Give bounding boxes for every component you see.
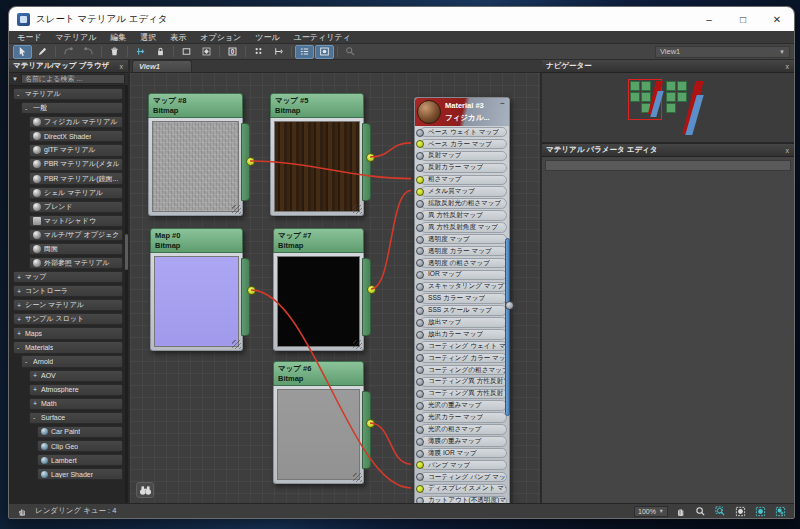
tree-group[interactable]: +Atmosphere [29,384,123,396]
node-header[interactable]: Map #0Bitmap [150,228,243,253]
input-socket[interactable] [416,188,424,196]
navigator-minimap[interactable] [542,73,794,142]
input-socket[interactable] [416,129,424,137]
zoom-extents-selected-icon[interactable] [753,505,768,518]
wire-map5-to-slot1[interactable] [370,143,411,157]
node-header[interactable]: マップ #6Bitmap [273,361,364,386]
bitmap-node-map8[interactable]: マップ #8Bitmap [148,93,243,216]
output-socket[interactable] [366,153,375,162]
menu-item[interactable]: モード [17,32,41,43]
tab-view1[interactable]: View1 [132,60,192,72]
lock-selection-button[interactable] [151,45,170,59]
node-header[interactable]: マップ #5Bitmap [270,93,364,118]
material-slot[interactable]: 透明度 の粗さマップ [420,258,507,268]
zoom-region-tool-button[interactable] [341,45,360,59]
resize-grip-icon[interactable] [353,340,362,349]
zoom-region-icon[interactable] [713,505,728,518]
material-map-browser-toggle-button[interactable] [295,45,314,59]
menu-item[interactable]: 選択 [140,32,156,43]
input-socket[interactable] [416,497,424,503]
input-socket[interactable] [416,402,424,410]
input-socket[interactable] [416,236,424,244]
pan-tool-icon[interactable] [673,505,688,518]
tree-item[interactable]: DirectX Shader [29,130,123,142]
output-socket[interactable] [246,157,255,166]
menu-item[interactable]: 表示 [170,32,186,43]
node-header[interactable]: マップ #7Bitmap [273,228,364,253]
material-node-scrollbar[interactable] [505,238,510,416]
material-slot[interactable]: 放出マップ [420,317,507,327]
zoom-level-dropdown[interactable]: 100% ▼ [634,506,668,517]
tree-group[interactable]: +シーン マテリアル [13,299,123,311]
material-slot[interactable]: 透明度 マップ [420,234,507,244]
material-node-header[interactable]: Material #3フィジカル...− [415,98,509,126]
menu-item[interactable]: オプション [200,32,241,43]
material-slot[interactable]: SSS カラー マップ [420,293,507,303]
material-slot[interactable]: コーティング カラー マップ [420,353,507,363]
material-slot[interactable]: コーティング バンプ マップ [420,472,507,482]
material-slot[interactable]: 反射マップ [420,151,507,161]
delete-selected-button[interactable] [105,45,124,59]
material-slot[interactable]: 異 方性反射マップ [420,210,507,220]
input-socket[interactable] [416,212,424,220]
input-socket[interactable] [416,426,424,434]
input-socket[interactable] [416,259,424,267]
tree-item[interactable]: Layer Shader [37,468,123,480]
material-slot[interactable]: IOR マップ [420,270,507,280]
resize-grip-icon[interactable] [232,340,241,349]
input-socket[interactable] [416,461,424,469]
material-slot[interactable]: コーティング ウェイト マップ [420,341,507,351]
move-children-button[interactable] [131,45,150,59]
material-slot[interactable]: 放出カラー マップ [420,329,507,339]
zoom-tool-icon[interactable] [693,505,708,518]
material-slot[interactable]: 薄膜 IOR マップ [420,448,507,458]
tree-item[interactable]: マット/シャドウ [29,215,123,227]
input-socket[interactable] [416,224,424,232]
tree-group[interactable]: +サンプル スロット [13,313,123,325]
tree-item[interactable]: glTF マテリアル [29,144,123,156]
tree-item[interactable]: PBR マテリアル(鏡面... [29,172,123,184]
material-slot[interactable]: 光沢カラー マップ [420,412,507,422]
browser-scrollbar[interactable] [125,86,128,503]
input-socket[interactable] [416,295,424,303]
material-slot[interactable]: バンプ マップ [420,460,507,470]
material-slot[interactable]: 異 方性反射角度 マップ [420,222,507,232]
material-slot[interactable]: スキャッタリング マップ [420,282,507,292]
material-slot[interactable]: メタル質マップ [420,186,507,196]
node-graph-canvas[interactable]: マップ #8Bitmapマップ #5BitmapMap #0Bitmapマップ … [130,73,542,503]
minimize-button[interactable]: – [692,7,726,31]
wire-map7-to-slot5[interactable] [371,191,411,290]
input-socket[interactable] [416,140,424,148]
input-socket[interactable] [416,343,424,351]
assign-material-to-selection-button[interactable] [59,45,78,59]
material-node-material3[interactable]: Material #3フィジカル...−ベース ウェイト マップベース カラー … [414,97,510,503]
collapse-icon[interactable]: − [500,99,505,108]
tree-group[interactable]: -マテリアル [13,88,123,100]
tree-group[interactable]: -Materials [13,341,123,353]
input-socket[interactable] [416,307,424,315]
pick-material-button[interactable] [79,45,98,59]
menu-item[interactable]: マテリアル [55,32,96,43]
tree-item[interactable]: Car Paint [37,426,123,438]
tree-item[interactable]: 外部参照 マテリアル [29,257,123,269]
material-slot[interactable]: 光沢の重みマップ [420,400,507,410]
binoculars-icon[interactable] [136,482,154,498]
wire-map6-to-slot28[interactable] [370,423,411,464]
hide-unused-nodeslots-button[interactable] [177,45,196,59]
select-tool-button[interactable] [13,45,32,59]
tree-group[interactable]: -Surface [29,412,123,424]
input-socket[interactable] [416,283,424,291]
material-slot[interactable]: 薄膜の重みマップ [420,436,507,446]
material-slot[interactable]: 拡散反射光の粗さマップ [420,198,507,208]
browser-close-icon[interactable]: x [119,63,125,70]
material-slot[interactable]: SSS スケール マップ [420,305,507,315]
bitmap-node-map7[interactable]: マップ #7Bitmap [273,228,364,351]
bitmap-node-map0[interactable]: Map #0Bitmap [150,228,243,351]
material-slot[interactable]: 反射カラー マップ [420,163,507,173]
menu-item[interactable]: ユーティリティ [294,32,351,43]
input-socket[interactable] [416,164,424,172]
input-socket[interactable] [416,414,424,422]
close-button[interactable]: ✕ [760,7,794,31]
tree-item[interactable]: PBR マテリアル(メタル ... [29,158,123,170]
input-socket[interactable] [416,354,424,362]
